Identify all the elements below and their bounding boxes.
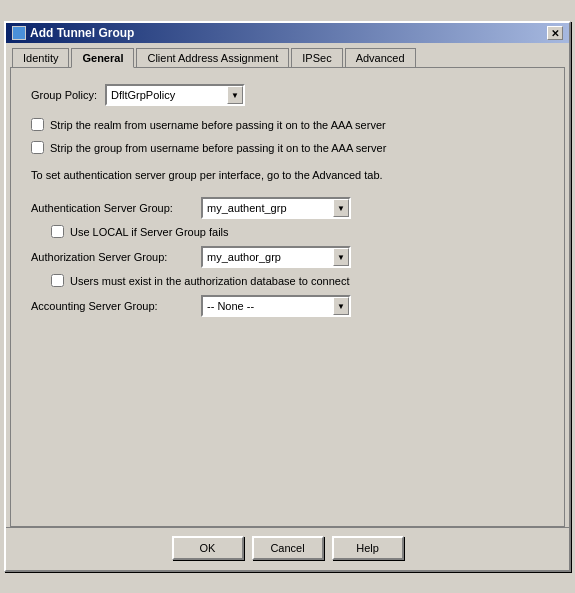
use-local-row: Use LOCAL if Server Group fails: [51, 225, 544, 238]
add-tunnel-group-window: Add Tunnel Group ✕ Identity General Clie…: [4, 21, 571, 572]
tab-client-address[interactable]: Client Address Assignment: [136, 48, 289, 68]
tab-identity[interactable]: Identity: [12, 48, 69, 68]
window-title: Add Tunnel Group: [30, 26, 134, 40]
tab-general[interactable]: General: [71, 48, 134, 68]
tab-content-general: Group Policy: DfltGrpPolicy ▼ Strip the …: [10, 67, 565, 527]
window-icon: [12, 26, 26, 40]
tab-bar: Identity General Client Address Assignme…: [6, 43, 569, 67]
users-exist-checkbox[interactable]: [51, 274, 64, 287]
accounting-value: -- None --: [203, 297, 333, 315]
bottom-bar: OK Cancel Help: [6, 527, 569, 570]
users-exist-row: Users must exist in the authorization da…: [51, 274, 544, 287]
help-button[interactable]: Help: [332, 536, 404, 560]
tab-ipsec[interactable]: IPSec: [291, 48, 342, 68]
author-server-label: Authorization Server Group:: [31, 251, 201, 263]
accounting-server-row: Accounting Server Group: -- None -- ▼: [31, 295, 544, 317]
group-policy-label: Group Policy:: [31, 89, 97, 101]
cancel-button[interactable]: Cancel: [252, 536, 324, 560]
group-policy-dropdown[interactable]: DfltGrpPolicy ▼: [105, 84, 245, 106]
ok-button[interactable]: OK: [172, 536, 244, 560]
users-exist-indent: Users must exist in the authorization da…: [51, 274, 544, 287]
use-local-label: Use LOCAL if Server Group fails: [70, 226, 229, 238]
author-server-dropdown[interactable]: my_author_grp ▼: [201, 246, 351, 268]
use-local-indent: Use LOCAL if Server Group fails: [51, 225, 544, 238]
title-bar: Add Tunnel Group ✕: [6, 23, 569, 43]
accounting-dropdown-btn[interactable]: ▼: [333, 297, 349, 315]
author-server-dropdown-btn[interactable]: ▼: [333, 248, 349, 266]
author-server-row: Authorization Server Group: my_author_gr…: [31, 246, 544, 268]
title-bar-text: Add Tunnel Group: [12, 26, 134, 40]
accounting-label: Accounting Server Group:: [31, 300, 201, 312]
strip-group-row: Strip the group from username before pas…: [31, 141, 544, 154]
auth-server-dropdown[interactable]: my_authent_grp ▼: [201, 197, 351, 219]
author-server-value: my_author_grp: [203, 248, 333, 266]
advanced-note: To set authentication server group per i…: [31, 168, 544, 183]
tab-advanced[interactable]: Advanced: [345, 48, 416, 68]
use-local-checkbox[interactable]: [51, 225, 64, 238]
strip-realm-checkbox[interactable]: [31, 118, 44, 131]
auth-server-label: Authentication Server Group:: [31, 202, 201, 214]
close-button[interactable]: ✕: [547, 26, 563, 40]
users-exist-label: Users must exist in the authorization da…: [70, 275, 349, 287]
group-policy-value: DfltGrpPolicy: [107, 86, 227, 104]
accounting-dropdown[interactable]: -- None -- ▼: [201, 295, 351, 317]
group-policy-row: Group Policy: DfltGrpPolicy ▼: [31, 84, 544, 106]
auth-server-value: my_authent_grp: [203, 199, 333, 217]
auth-server-row: Authentication Server Group: my_authent_…: [31, 197, 544, 219]
strip-realm-row: Strip the realm from username before pas…: [31, 118, 544, 131]
strip-realm-label: Strip the realm from username before pas…: [50, 119, 386, 131]
group-policy-dropdown-btn[interactable]: ▼: [227, 86, 243, 104]
strip-group-label: Strip the group from username before pas…: [50, 142, 386, 154]
auth-server-dropdown-btn[interactable]: ▼: [333, 199, 349, 217]
strip-group-checkbox[interactable]: [31, 141, 44, 154]
